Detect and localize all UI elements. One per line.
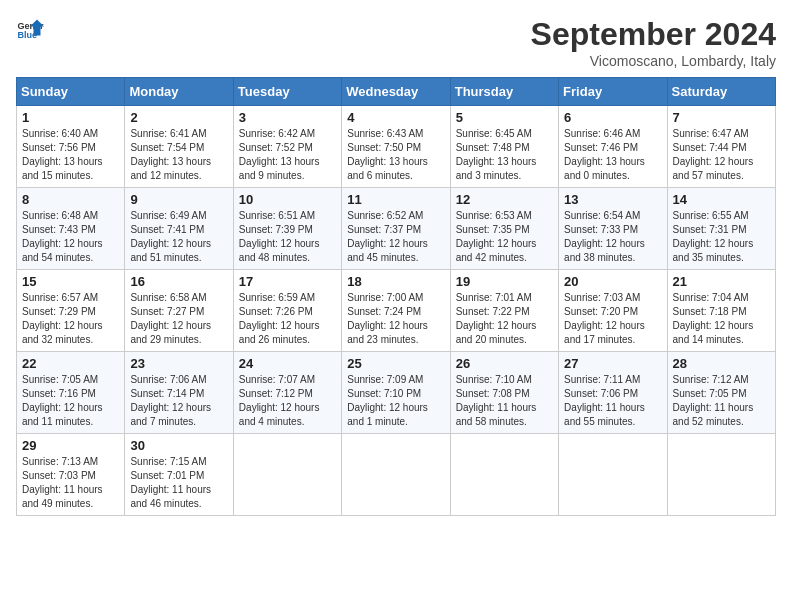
calendar-cell: 7Sunrise: 6:47 AM Sunset: 7:44 PM Daylig… — [667, 106, 775, 188]
calendar-cell: 27Sunrise: 7:11 AM Sunset: 7:06 PM Dayli… — [559, 352, 667, 434]
cell-sun-info: Sunrise: 6:53 AM Sunset: 7:35 PM Dayligh… — [456, 209, 553, 265]
cell-sun-info: Sunrise: 7:03 AM Sunset: 7:20 PM Dayligh… — [564, 291, 661, 347]
cell-sun-info: Sunrise: 6:45 AM Sunset: 7:48 PM Dayligh… — [456, 127, 553, 183]
calendar-cell — [233, 434, 341, 516]
calendar-cell: 9Sunrise: 6:49 AM Sunset: 7:41 PM Daylig… — [125, 188, 233, 270]
weekday-header-friday: Friday — [559, 78, 667, 106]
logo-icon: General Blue — [16, 16, 44, 44]
calendar-cell: 24Sunrise: 7:07 AM Sunset: 7:12 PM Dayli… — [233, 352, 341, 434]
calendar-cell: 12Sunrise: 6:53 AM Sunset: 7:35 PM Dayli… — [450, 188, 558, 270]
day-number: 30 — [130, 438, 227, 453]
cell-sun-info: Sunrise: 6:55 AM Sunset: 7:31 PM Dayligh… — [673, 209, 770, 265]
cell-sun-info: Sunrise: 7:13 AM Sunset: 7:03 PM Dayligh… — [22, 455, 119, 511]
calendar-cell: 19Sunrise: 7:01 AM Sunset: 7:22 PM Dayli… — [450, 270, 558, 352]
day-number: 13 — [564, 192, 661, 207]
day-number: 29 — [22, 438, 119, 453]
day-number: 24 — [239, 356, 336, 371]
calendar-cell: 16Sunrise: 6:58 AM Sunset: 7:27 PM Dayli… — [125, 270, 233, 352]
cell-sun-info: Sunrise: 6:54 AM Sunset: 7:33 PM Dayligh… — [564, 209, 661, 265]
day-number: 16 — [130, 274, 227, 289]
calendar-cell: 2Sunrise: 6:41 AM Sunset: 7:54 PM Daylig… — [125, 106, 233, 188]
weekday-header-wednesday: Wednesday — [342, 78, 450, 106]
cell-sun-info: Sunrise: 7:11 AM Sunset: 7:06 PM Dayligh… — [564, 373, 661, 429]
day-number: 20 — [564, 274, 661, 289]
cell-sun-info: Sunrise: 7:15 AM Sunset: 7:01 PM Dayligh… — [130, 455, 227, 511]
day-number: 1 — [22, 110, 119, 125]
cell-sun-info: Sunrise: 7:10 AM Sunset: 7:08 PM Dayligh… — [456, 373, 553, 429]
weekday-header-row: SundayMondayTuesdayWednesdayThursdayFrid… — [17, 78, 776, 106]
calendar-table: SundayMondayTuesdayWednesdayThursdayFrid… — [16, 77, 776, 516]
day-number: 22 — [22, 356, 119, 371]
calendar-cell: 18Sunrise: 7:00 AM Sunset: 7:24 PM Dayli… — [342, 270, 450, 352]
cell-sun-info: Sunrise: 6:48 AM Sunset: 7:43 PM Dayligh… — [22, 209, 119, 265]
calendar-cell: 13Sunrise: 6:54 AM Sunset: 7:33 PM Dayli… — [559, 188, 667, 270]
calendar-cell: 1Sunrise: 6:40 AM Sunset: 7:56 PM Daylig… — [17, 106, 125, 188]
calendar-cell: 20Sunrise: 7:03 AM Sunset: 7:20 PM Dayli… — [559, 270, 667, 352]
calendar-cell: 6Sunrise: 6:46 AM Sunset: 7:46 PM Daylig… — [559, 106, 667, 188]
day-number: 2 — [130, 110, 227, 125]
calendar-cell: 22Sunrise: 7:05 AM Sunset: 7:16 PM Dayli… — [17, 352, 125, 434]
day-number: 19 — [456, 274, 553, 289]
cell-sun-info: Sunrise: 6:41 AM Sunset: 7:54 PM Dayligh… — [130, 127, 227, 183]
cell-sun-info: Sunrise: 7:07 AM Sunset: 7:12 PM Dayligh… — [239, 373, 336, 429]
calendar-cell: 29Sunrise: 7:13 AM Sunset: 7:03 PM Dayli… — [17, 434, 125, 516]
calendar-cell: 21Sunrise: 7:04 AM Sunset: 7:18 PM Dayli… — [667, 270, 775, 352]
cell-sun-info: Sunrise: 6:49 AM Sunset: 7:41 PM Dayligh… — [130, 209, 227, 265]
cell-sun-info: Sunrise: 7:06 AM Sunset: 7:14 PM Dayligh… — [130, 373, 227, 429]
day-number: 4 — [347, 110, 444, 125]
day-number: 7 — [673, 110, 770, 125]
calendar-cell: 28Sunrise: 7:12 AM Sunset: 7:05 PM Dayli… — [667, 352, 775, 434]
weekday-header-saturday: Saturday — [667, 78, 775, 106]
weekday-header-thursday: Thursday — [450, 78, 558, 106]
cell-sun-info: Sunrise: 6:42 AM Sunset: 7:52 PM Dayligh… — [239, 127, 336, 183]
cell-sun-info: Sunrise: 7:09 AM Sunset: 7:10 PM Dayligh… — [347, 373, 444, 429]
cell-sun-info: Sunrise: 6:57 AM Sunset: 7:29 PM Dayligh… — [22, 291, 119, 347]
cell-sun-info: Sunrise: 7:12 AM Sunset: 7:05 PM Dayligh… — [673, 373, 770, 429]
cell-sun-info: Sunrise: 7:00 AM Sunset: 7:24 PM Dayligh… — [347, 291, 444, 347]
calendar-week-3: 15Sunrise: 6:57 AM Sunset: 7:29 PM Dayli… — [17, 270, 776, 352]
calendar-week-5: 29Sunrise: 7:13 AM Sunset: 7:03 PM Dayli… — [17, 434, 776, 516]
day-number: 18 — [347, 274, 444, 289]
day-number: 3 — [239, 110, 336, 125]
header: General Blue September 2024 Vicomoscano,… — [16, 16, 776, 69]
title-area: September 2024 Vicomoscano, Lombardy, It… — [531, 16, 776, 69]
day-number: 17 — [239, 274, 336, 289]
calendar-cell: 3Sunrise: 6:42 AM Sunset: 7:52 PM Daylig… — [233, 106, 341, 188]
calendar-week-1: 1Sunrise: 6:40 AM Sunset: 7:56 PM Daylig… — [17, 106, 776, 188]
weekday-header-tuesday: Tuesday — [233, 78, 341, 106]
day-number: 10 — [239, 192, 336, 207]
location-title: Vicomoscano, Lombardy, Italy — [531, 53, 776, 69]
calendar-cell: 8Sunrise: 6:48 AM Sunset: 7:43 PM Daylig… — [17, 188, 125, 270]
cell-sun-info: Sunrise: 6:58 AM Sunset: 7:27 PM Dayligh… — [130, 291, 227, 347]
day-number: 11 — [347, 192, 444, 207]
calendar-week-2: 8Sunrise: 6:48 AM Sunset: 7:43 PM Daylig… — [17, 188, 776, 270]
day-number: 8 — [22, 192, 119, 207]
calendar-week-4: 22Sunrise: 7:05 AM Sunset: 7:16 PM Dayli… — [17, 352, 776, 434]
day-number: 25 — [347, 356, 444, 371]
day-number: 5 — [456, 110, 553, 125]
day-number: 23 — [130, 356, 227, 371]
cell-sun-info: Sunrise: 6:40 AM Sunset: 7:56 PM Dayligh… — [22, 127, 119, 183]
day-number: 9 — [130, 192, 227, 207]
cell-sun-info: Sunrise: 7:04 AM Sunset: 7:18 PM Dayligh… — [673, 291, 770, 347]
calendar-cell: 25Sunrise: 7:09 AM Sunset: 7:10 PM Dayli… — [342, 352, 450, 434]
calendar-body: 1Sunrise: 6:40 AM Sunset: 7:56 PM Daylig… — [17, 106, 776, 516]
calendar-cell: 11Sunrise: 6:52 AM Sunset: 7:37 PM Dayli… — [342, 188, 450, 270]
calendar-cell: 15Sunrise: 6:57 AM Sunset: 7:29 PM Dayli… — [17, 270, 125, 352]
cell-sun-info: Sunrise: 6:43 AM Sunset: 7:50 PM Dayligh… — [347, 127, 444, 183]
day-number: 6 — [564, 110, 661, 125]
calendar-cell: 4Sunrise: 6:43 AM Sunset: 7:50 PM Daylig… — [342, 106, 450, 188]
calendar-cell: 30Sunrise: 7:15 AM Sunset: 7:01 PM Dayli… — [125, 434, 233, 516]
calendar-cell — [342, 434, 450, 516]
cell-sun-info: Sunrise: 6:51 AM Sunset: 7:39 PM Dayligh… — [239, 209, 336, 265]
cell-sun-info: Sunrise: 6:47 AM Sunset: 7:44 PM Dayligh… — [673, 127, 770, 183]
logo: General Blue — [16, 16, 44, 44]
weekday-header-sunday: Sunday — [17, 78, 125, 106]
calendar-cell: 5Sunrise: 6:45 AM Sunset: 7:48 PM Daylig… — [450, 106, 558, 188]
calendar-cell: 23Sunrise: 7:06 AM Sunset: 7:14 PM Dayli… — [125, 352, 233, 434]
weekday-header-monday: Monday — [125, 78, 233, 106]
cell-sun-info: Sunrise: 6:52 AM Sunset: 7:37 PM Dayligh… — [347, 209, 444, 265]
day-number: 15 — [22, 274, 119, 289]
day-number: 27 — [564, 356, 661, 371]
cell-sun-info: Sunrise: 7:05 AM Sunset: 7:16 PM Dayligh… — [22, 373, 119, 429]
